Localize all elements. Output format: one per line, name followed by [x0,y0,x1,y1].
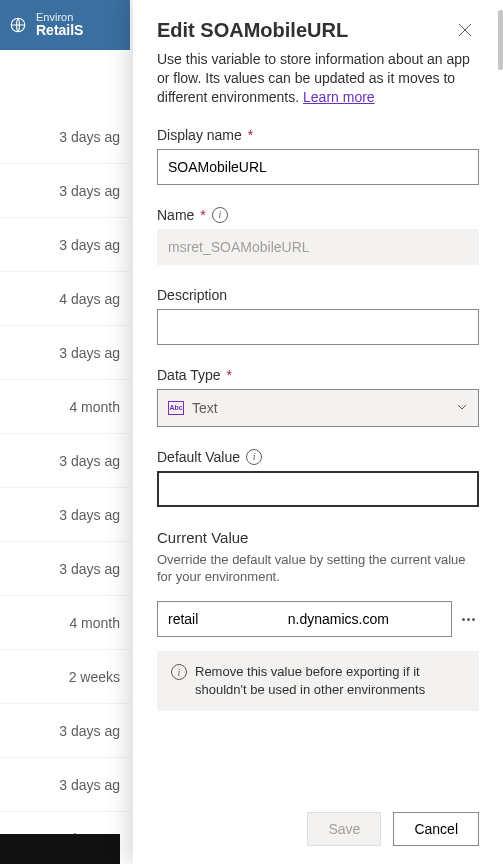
environment-header: Environ RetailS [0,0,130,50]
info-icon: i [171,664,187,680]
close-button[interactable] [451,16,479,44]
list-item[interactable]: 3 days ag [0,488,130,542]
panel-title: Edit SOAMobileURL [157,19,348,42]
environment-label: Environ [36,11,83,23]
name-input [157,229,479,265]
list-item[interactable]: 3 days ag [0,326,130,380]
list-item[interactable]: 3 days ag [0,164,130,218]
list-item[interactable]: 3 days ag [0,434,130,488]
cancel-button[interactable]: Cancel [393,812,479,846]
list-item[interactable]: 2 weeks [0,650,130,704]
globe-icon [8,15,28,35]
edit-panel: Edit SOAMobileURL Use this variable to s… [133,0,503,864]
data-type-label: Data Type* [157,367,479,383]
text-type-icon: Abc [168,401,184,415]
more-options-button[interactable] [458,618,479,621]
overlay-bar [0,834,120,864]
list-item[interactable]: 3 days ag [0,542,130,596]
display-name-label: Display name* [157,127,479,143]
export-warning-text: Remove this value before exporting if it… [195,663,467,698]
background-list: 3 days ag 3 days ag 3 days ag 4 days ag … [0,50,130,864]
info-icon[interactable]: i [212,207,228,223]
list-item[interactable]: 3 days ag [0,110,130,164]
list-item[interactable]: 4 days ag [0,272,130,326]
environment-name: RetailS [36,23,83,38]
description-label: Description [157,287,479,303]
list-item[interactable]: 3 days ag [0,704,130,758]
export-warning: i Remove this value before exporting if … [157,651,479,710]
data-type-value: Text [192,400,218,416]
chevron-down-icon [456,400,468,416]
panel-footer: Save Cancel [157,798,479,864]
display-name-input[interactable] [157,149,479,185]
list-item[interactable]: 3 days ag [0,758,130,812]
scrollbar[interactable] [498,0,503,864]
list-item[interactable]: 3 days ag [0,218,130,272]
description-input[interactable] [157,309,479,345]
current-value-label: Current Value [157,529,479,546]
info-icon[interactable]: i [246,449,262,465]
name-label: Name* i [157,207,479,223]
list-item[interactable]: 4 month [0,380,130,434]
save-button: Save [307,812,381,846]
default-value-input[interactable] [157,471,479,507]
list-item[interactable]: 4 month [0,596,130,650]
default-value-label: Default Value i [157,449,479,465]
panel-description: Use this variable to store information a… [157,50,479,107]
scrollbar-thumb[interactable] [498,10,503,70]
current-value-input[interactable] [157,601,452,637]
learn-more-link[interactable]: Learn more [303,89,375,105]
current-value-description: Override the default value by setting th… [157,552,479,586]
data-type-select[interactable]: Abc Text [157,389,479,427]
